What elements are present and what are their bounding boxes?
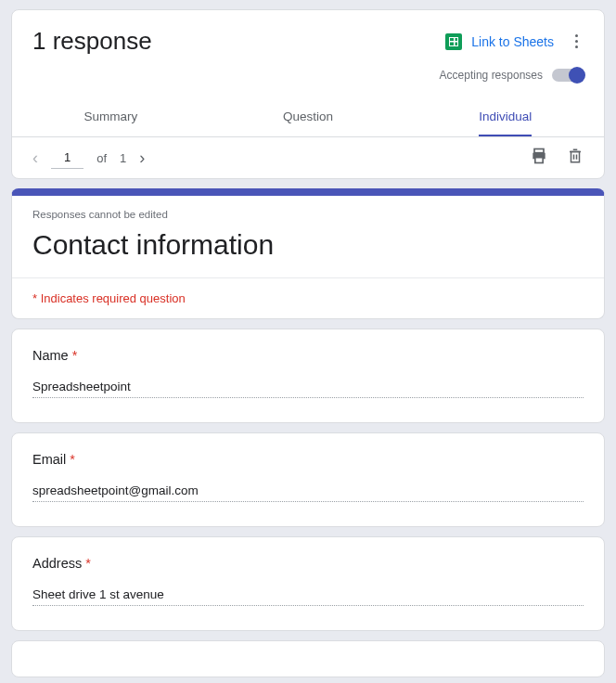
link-to-sheets-label: Link to Sheets [471, 34, 554, 49]
question-label: Email * [32, 452, 584, 467]
question-card: Email *spreadsheetpoint@gmail.com [11, 432, 605, 527]
required-asterisk: * [72, 348, 78, 363]
print-icon[interactable] [530, 147, 548, 169]
prev-response-icon[interactable]: ‹ [32, 148, 38, 168]
current-response-number[interactable]: 1 [51, 147, 83, 169]
required-asterisk: * [85, 556, 91, 571]
question-card [11, 640, 605, 677]
response-count-title: 1 response [32, 27, 152, 56]
responses-header: 1 response Link to Sheets [12, 10, 604, 61]
toggle-knob [569, 67, 585, 84]
questions-container: Name *SpreadsheetpointEmail *spreadsheet… [0, 329, 616, 631]
question-label: Name * [32, 348, 584, 363]
total-responses: 1 [120, 151, 126, 165]
accepting-responses-row: Accepting responses [12, 61, 604, 95]
form-header-card: Responses cannot be edited Contact infor… [11, 188, 605, 319]
answer-value: Spreadsheetpoint [32, 378, 584, 398]
response-pager: ‹ 1 of 1 › [12, 136, 604, 178]
answer-value: Sheet drive 1 st avenue [32, 586, 584, 606]
form-title: Contact information [32, 229, 584, 261]
question-card: Name *Spreadsheetpoint [11, 329, 605, 423]
tab-individual[interactable]: Individual [479, 95, 532, 136]
responses-tabs: Summary Question Individual [12, 95, 604, 136]
accepting-responses-toggle[interactable] [552, 69, 584, 82]
tab-summary[interactable]: Summary [12, 95, 210, 136]
svg-rect-2 [535, 158, 543, 163]
required-asterisk: * [70, 452, 75, 467]
delete-icon[interactable] [567, 147, 584, 169]
svg-rect-0 [534, 149, 544, 153]
question-card: Address *Sheet drive 1 st avenue [11, 536, 605, 631]
pager-actions [530, 147, 584, 169]
accepting-responses-label: Accepting responses [440, 69, 543, 82]
pager-of-label: of [96, 151, 107, 165]
pager-controls: ‹ 1 of 1 › [32, 147, 145, 169]
answer-value: spreadsheetpoint@gmail.com [32, 482, 584, 502]
tab-question[interactable]: Question [210, 95, 407, 136]
svg-rect-3 [571, 152, 580, 162]
link-to-sheets-button[interactable]: Link to Sheets [445, 33, 554, 50]
sheets-icon [445, 33, 462, 50]
more-options-icon[interactable] [569, 34, 584, 48]
cannot-edit-notice: Responses cannot be edited [32, 209, 584, 220]
next-response-icon[interactable]: › [139, 148, 145, 168]
question-label: Address * [32, 556, 584, 571]
required-indicator-note: * Indicates required question [12, 277, 604, 318]
header-actions: Link to Sheets [445, 33, 584, 50]
responses-panel: 1 response Link to Sheets Accepting resp… [11, 9, 605, 179]
